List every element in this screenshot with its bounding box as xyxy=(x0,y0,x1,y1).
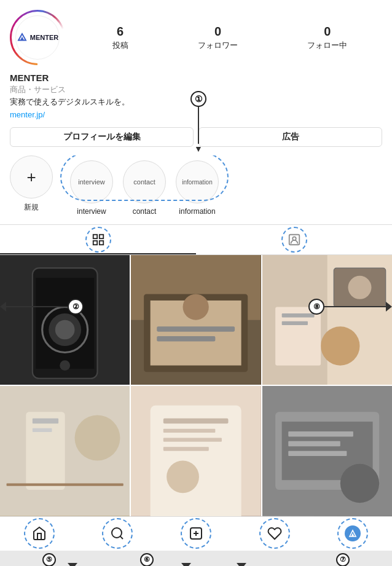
logo-text: MENTER xyxy=(30,34,58,41)
annotation-bottom-2: ⑥ xyxy=(140,553,154,566)
tab-active-indicator xyxy=(0,253,196,254)
photo-cell-2[interactable] xyxy=(131,255,261,385)
svg-rect-48 xyxy=(288,441,340,446)
nav-profile-avatar xyxy=(345,525,361,541)
svg-rect-2 xyxy=(93,235,96,238)
nav-heart[interactable] xyxy=(259,518,290,549)
bottom-annotations: ⑤ ⑥ ⑦ xyxy=(0,551,392,566)
tab-tagged-dashed xyxy=(281,227,307,253)
phone-container: MENTER 6 投稿 0 フォロワー 0 フォロー中 xyxy=(0,0,392,566)
photo-cell-6[interactable] xyxy=(262,386,392,516)
menter-brand-icon xyxy=(17,32,28,43)
annotation-bottom-3: ⑦ xyxy=(336,553,350,566)
highlight-circle-new: + xyxy=(10,155,53,198)
heart-icon xyxy=(267,526,282,541)
plus-icon: + xyxy=(26,168,36,187)
photo-cell-4[interactable] xyxy=(0,386,130,516)
svg-rect-39 xyxy=(163,429,216,433)
person-tag-icon xyxy=(288,233,301,246)
svg-rect-41 xyxy=(163,447,209,451)
profile-name: MENTER xyxy=(10,73,382,83)
svg-rect-49 xyxy=(288,451,347,456)
highlights-dashed-group: interview interview contact contact info… xyxy=(63,155,226,216)
highlight-new[interactable]: + 新規 xyxy=(10,155,53,213)
highlight-circle-contact: contact xyxy=(123,160,166,203)
highlight-label-information: information xyxy=(179,207,215,216)
svg-point-25 xyxy=(348,276,371,299)
svg-point-14 xyxy=(55,320,75,340)
arrow-right-line xyxy=(324,306,386,307)
stat-followers[interactable]: 0 フォロワー xyxy=(198,24,238,51)
svg-rect-32 xyxy=(33,419,58,423)
highlights-row: + 新規 interview interview contact contact… xyxy=(10,155,382,224)
arrow-left-head xyxy=(0,302,6,312)
following-label: フォロー中 xyxy=(307,40,347,51)
nav-home[interactable] xyxy=(24,518,55,549)
nav-profile-icon xyxy=(347,527,359,540)
highlight-label-contact: contact xyxy=(133,207,157,216)
posts-label: 投稿 xyxy=(112,40,128,51)
edit-profile-button[interactable]: プロフィールを編集 xyxy=(10,127,194,147)
tab-bar xyxy=(0,224,392,255)
highlight-circle-interview: interview xyxy=(70,160,113,203)
followers-label: フォロワー xyxy=(198,40,238,51)
svg-rect-47 xyxy=(288,431,353,436)
bottom-arrow-add xyxy=(181,563,191,566)
avatar-inner: MENTER xyxy=(12,12,63,63)
search-icon xyxy=(110,526,125,541)
home-icon xyxy=(32,526,47,541)
svg-point-26 xyxy=(321,326,359,365)
followers-count: 0 xyxy=(214,24,221,39)
svg-rect-4 xyxy=(93,241,96,245)
svg-rect-3 xyxy=(99,235,103,238)
svg-rect-40 xyxy=(163,438,222,442)
annotation-8-area: ⑧ xyxy=(308,299,392,315)
bottom-arrow-search xyxy=(68,563,77,566)
bottom-nav xyxy=(0,516,392,551)
annotation-2-area: ② xyxy=(0,299,84,315)
svg-point-46 xyxy=(340,464,378,503)
svg-rect-5 xyxy=(99,241,103,245)
photo-cell-5[interactable] xyxy=(131,386,261,516)
svg-point-50 xyxy=(112,528,122,538)
svg-point-34 xyxy=(75,415,120,461)
svg-point-19 xyxy=(183,294,209,320)
ad-button[interactable]: 広告 xyxy=(198,127,382,147)
grid-icon xyxy=(92,233,105,246)
highlight-information[interactable]: information information xyxy=(176,160,219,216)
nav-search[interactable] xyxy=(102,518,133,549)
svg-rect-29 xyxy=(281,321,307,325)
photo-cell-1[interactable] xyxy=(0,255,130,385)
stat-following[interactable]: 0 フォロー中 xyxy=(307,24,347,51)
add-icon xyxy=(189,526,203,541)
highlight-contact[interactable]: contact contact xyxy=(123,160,166,216)
profile-top: MENTER 6 投稿 0 フォロワー 0 フォロー中 xyxy=(10,10,382,65)
bottom-arrow-heart xyxy=(237,563,246,566)
photo-cell-3[interactable] xyxy=(262,255,392,385)
svg-rect-38 xyxy=(163,419,229,423)
nav-profile[interactable] xyxy=(337,518,368,549)
stat-posts[interactable]: 6 投稿 xyxy=(112,24,128,51)
photo-grid xyxy=(0,255,392,516)
highlight-label-interview: interview xyxy=(77,207,106,216)
highlight-label-new: 新規 xyxy=(24,202,39,213)
svg-line-51 xyxy=(120,537,123,539)
nav-add[interactable] xyxy=(181,518,211,549)
posts-count: 6 xyxy=(117,24,123,39)
svg-rect-33 xyxy=(33,428,52,432)
highlight-interview[interactable]: interview interview xyxy=(70,160,113,216)
arrow-line-1 xyxy=(198,107,199,144)
svg-rect-35 xyxy=(7,484,123,486)
avatar-wrapper[interactable]: MENTER xyxy=(10,10,65,65)
tab-grid-dashed xyxy=(85,227,111,253)
svg-rect-20 xyxy=(157,326,235,331)
svg-point-11 xyxy=(60,360,70,371)
tab-tagged[interactable] xyxy=(196,225,392,254)
profile-link[interactable]: menter.jp/ xyxy=(10,110,45,119)
annotation-bottom-1: ⑤ xyxy=(42,553,56,566)
arrow-left-line xyxy=(6,306,68,307)
svg-rect-21 xyxy=(157,336,216,341)
tab-grid[interactable] xyxy=(0,225,196,254)
arrow-right-head xyxy=(386,302,392,312)
following-count: 0 xyxy=(324,24,331,39)
